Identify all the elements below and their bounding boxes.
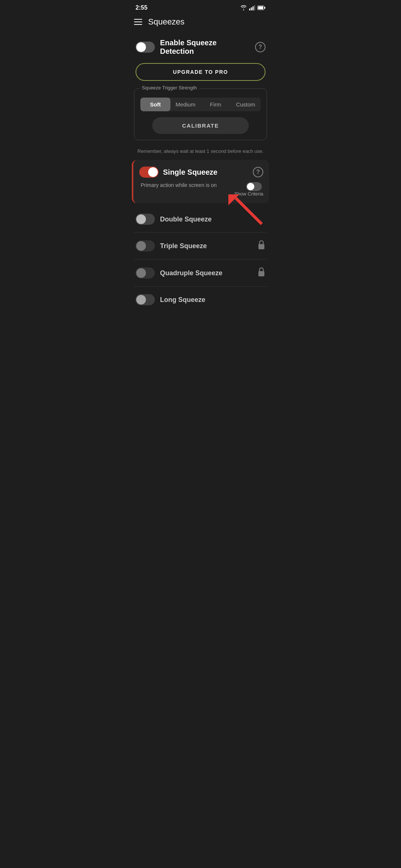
hamburger-menu[interactable] [134, 19, 142, 25]
single-squeeze-left: Single Squeeze [139, 167, 218, 178]
status-time: 2:55 [136, 4, 147, 11]
svg-rect-6 [258, 6, 263, 9]
svg-rect-2 [251, 7, 252, 10]
single-squeeze-title: Single Squeeze [163, 168, 218, 177]
enable-squeeze-toggle[interactable] [136, 42, 155, 53]
long-squeeze-toggle[interactable] [136, 294, 155, 305]
triple-squeeze-lock-icon [257, 240, 265, 252]
strength-tabs: Soft Medium Firm Custom [140, 98, 261, 111]
top-bar: Squeezes [128, 14, 273, 33]
single-squeeze-secondary-toggle[interactable] [246, 182, 262, 191]
svg-rect-10 [258, 244, 264, 249]
svg-rect-4 [254, 5, 255, 10]
svg-rect-7 [264, 7, 265, 9]
upgrade-button[interactable]: UPGRADE TO PRO [136, 63, 265, 81]
show-criteria-label[interactable]: Show Criteria [234, 191, 263, 197]
single-squeeze-toggle[interactable] [139, 167, 159, 178]
quadruple-squeeze-toggle [136, 267, 155, 279]
triple-squeeze-toggle [136, 240, 155, 251]
strength-card-title: Squeeze Trigger Strength [140, 85, 199, 91]
double-squeeze-toggle[interactable] [136, 214, 155, 225]
long-squeeze-title: Long Squeeze [160, 296, 265, 304]
svg-rect-3 [252, 6, 254, 10]
single-squeeze-card: Single Squeeze ? Primary action while sc… [132, 160, 269, 203]
svg-point-0 [243, 10, 244, 10]
long-squeeze-row: Long Squeeze [128, 287, 273, 313]
battery-icon [257, 6, 265, 10]
single-squeeze-footer: Show Criteria [139, 191, 263, 197]
hint-text: Remember, always wait at least 1 second … [128, 145, 273, 160]
enable-squeeze-label: Enable Squeeze Detection [160, 39, 250, 56]
svg-rect-1 [249, 9, 250, 10]
tab-custom[interactable]: Custom [231, 98, 261, 111]
tab-soft[interactable]: Soft [140, 98, 170, 111]
quadruple-squeeze-lock-icon [257, 267, 265, 279]
double-squeeze-row: Double Squeeze [128, 206, 273, 232]
signal-icon [249, 5, 255, 10]
page-title: Squeezes [148, 17, 185, 27]
status-icons [240, 5, 265, 10]
status-bar: 2:55 [128, 0, 273, 14]
single-squeeze-help[interactable]: ? [253, 167, 263, 177]
wifi-icon [240, 5, 247, 10]
enable-squeeze-row: Enable Squeeze Detection ? [128, 33, 273, 62]
tab-medium[interactable]: Medium [170, 98, 200, 111]
single-squeeze-subtitle: Primary action while screen is on [141, 182, 217, 188]
quadruple-squeeze-title: Quadruple Squeeze [160, 269, 252, 277]
tab-firm[interactable]: Firm [200, 98, 231, 111]
svg-rect-11 [258, 271, 264, 276]
calibrate-button[interactable]: CALIBRATE [152, 117, 248, 134]
double-squeeze-title: Double Squeeze [160, 216, 265, 223]
single-squeeze-header: Single Squeeze ? [139, 167, 263, 178]
triple-squeeze-row: Triple Squeeze [128, 233, 273, 259]
enable-squeeze-help[interactable]: ? [255, 42, 265, 52]
strength-card: Squeeze Trigger Strength Soft Medium Fir… [134, 88, 267, 140]
quadruple-squeeze-row: Quadruple Squeeze [128, 260, 273, 286]
triple-squeeze-title: Triple Squeeze [160, 242, 252, 250]
